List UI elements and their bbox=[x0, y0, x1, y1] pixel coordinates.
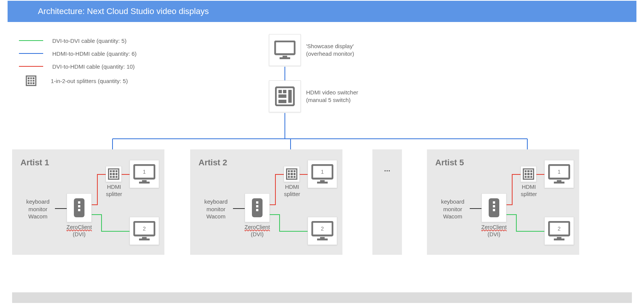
legend-line-green bbox=[19, 40, 43, 41]
svg-rect-52 bbox=[554, 182, 564, 184]
svg-rect-18 bbox=[78, 201, 80, 204]
label-line: monitor bbox=[436, 206, 469, 213]
label-line: Wacom bbox=[22, 213, 54, 220]
svg-text:2: 2 bbox=[143, 226, 146, 232]
svg-rect-37 bbox=[320, 180, 325, 182]
svg-rect-12 bbox=[278, 94, 286, 98]
label-splitter: HDMI splitter bbox=[105, 184, 123, 198]
ellipsis-panel: ... bbox=[372, 149, 402, 255]
splitter-icon bbox=[108, 168, 119, 180]
svg-rect-10 bbox=[278, 90, 282, 93]
label-line: splitter bbox=[519, 191, 538, 198]
ellipsis-text: ... bbox=[384, 165, 391, 255]
node-zeroclient bbox=[481, 193, 506, 222]
label-line: splitter bbox=[105, 191, 123, 198]
svg-rect-14 bbox=[278, 100, 286, 103]
legend-row-dvi-hdmi: DVI-to-HDMI cable (quantity: 10) bbox=[19, 60, 137, 73]
monitor-icon: 2 bbox=[311, 221, 333, 241]
legend-row-splitter: 1-in-2-out splitters (quantity: 5) bbox=[19, 74, 137, 87]
node-monitor-2: 2 bbox=[308, 217, 337, 245]
label-splitter: HDMI splitter bbox=[283, 184, 302, 198]
svg-rect-41 bbox=[320, 237, 325, 239]
svg-rect-17 bbox=[74, 198, 84, 217]
artist-panel: Artist 1 keyboard monitor Wacom bbox=[12, 149, 164, 255]
node-zeroclient bbox=[67, 193, 92, 222]
label-line: keyboard bbox=[22, 198, 54, 206]
svg-rect-8 bbox=[280, 57, 290, 59]
splitter-icon bbox=[26, 75, 36, 86]
svg-rect-42 bbox=[317, 239, 328, 240]
monitor-icon: 1 bbox=[133, 164, 155, 184]
svg-rect-32 bbox=[256, 201, 258, 204]
label-kbd-monitor-wacom: keyboard monitor Wacom bbox=[436, 198, 469, 220]
zeroclient-line1: ZeroClient bbox=[242, 224, 273, 231]
svg-rect-20 bbox=[78, 209, 80, 211]
svg-text:2: 2 bbox=[558, 226, 561, 232]
legend-line-blue bbox=[19, 53, 43, 54]
node-monitor-2: 2 bbox=[544, 217, 574, 245]
monitor-icon: 1 bbox=[548, 164, 570, 184]
legend-line-red bbox=[19, 66, 43, 67]
label-line: HDMI video switcher bbox=[306, 89, 358, 96]
legend-row-hdmi-hdmi: HDMI-to-HDMI cable (quantity: 6) bbox=[19, 47, 137, 60]
switcher-icon bbox=[275, 86, 295, 106]
splitter-icon bbox=[286, 168, 297, 180]
svg-rect-24 bbox=[139, 182, 150, 184]
label-splitter: HDMI splitter bbox=[519, 184, 538, 198]
svg-rect-23 bbox=[142, 180, 147, 182]
zeroclient-line1: ZeroClient bbox=[64, 224, 95, 231]
svg-rect-46 bbox=[493, 201, 495, 204]
legend-text: DVI-to-DVI cable (quantity: 5) bbox=[52, 38, 127, 44]
label-line: keyboard bbox=[436, 198, 469, 206]
svg-rect-34 bbox=[256, 209, 258, 211]
svg-text:1: 1 bbox=[143, 169, 146, 175]
zeroclient-icon bbox=[488, 198, 500, 218]
label-line: splitter bbox=[283, 191, 302, 198]
label-showcase: 'Showcase display' (overhead monitor) bbox=[306, 42, 354, 57]
node-showcase-display bbox=[269, 34, 301, 66]
label-zeroclient: ZeroClient (DVI) bbox=[242, 224, 273, 238]
svg-rect-56 bbox=[554, 239, 564, 240]
artist-panel: Artist 2 keyboard monitor Wacom bbox=[190, 149, 342, 255]
label-line: Wacom bbox=[200, 213, 232, 220]
page-title: Architecture: Next Cloud Studio video di… bbox=[38, 6, 209, 16]
svg-rect-28 bbox=[139, 239, 150, 240]
label-line: monitor bbox=[22, 206, 54, 213]
artist-title: Artist 1 bbox=[20, 158, 49, 168]
node-monitor-2: 2 bbox=[130, 217, 159, 245]
node-monitor-1: 1 bbox=[130, 160, 159, 188]
svg-rect-7 bbox=[283, 56, 287, 57]
svg-rect-33 bbox=[256, 205, 258, 207]
legend-row-dvi-dvi: DVI-to-DVI cable (quantity: 5) bbox=[19, 34, 137, 47]
title-bar: Architecture: Next Cloud Studio video di… bbox=[8, 1, 636, 22]
svg-rect-31 bbox=[252, 198, 263, 217]
svg-rect-45 bbox=[489, 198, 499, 217]
node-hdmi-splitter bbox=[284, 166, 300, 182]
svg-rect-48 bbox=[493, 209, 495, 211]
svg-rect-27 bbox=[142, 237, 147, 239]
artist-panel: Artist 5 keyboard monitor Wacom bbox=[427, 149, 579, 255]
svg-rect-6 bbox=[275, 41, 295, 54]
label-line: (overhead monitor) bbox=[306, 50, 354, 58]
node-zeroclient bbox=[245, 193, 270, 222]
label-kbd-monitor-wacom: keyboard monitor Wacom bbox=[200, 198, 232, 220]
svg-rect-55 bbox=[557, 237, 561, 239]
label-line: Wacom bbox=[436, 213, 469, 220]
legend-text: DVI-to-HDMI cable (quantity: 10) bbox=[52, 63, 135, 70]
label-line: HDMI bbox=[519, 184, 538, 191]
monitor-icon: 1 bbox=[311, 164, 333, 184]
monitor-icon: 2 bbox=[548, 221, 570, 241]
label-line: keyboard bbox=[200, 198, 232, 206]
label-line: (DVI) bbox=[64, 231, 95, 238]
svg-text:1: 1 bbox=[558, 169, 561, 175]
label-kbd-monitor-wacom: keyboard monitor Wacom bbox=[22, 198, 54, 220]
diagram-canvas: Architecture: Next Cloud Studio video di… bbox=[0, 0, 644, 306]
svg-rect-51 bbox=[557, 180, 561, 182]
svg-rect-38 bbox=[317, 182, 328, 184]
label-line: (manual 5 switch) bbox=[306, 96, 358, 104]
node-monitor-1: 1 bbox=[544, 160, 574, 188]
node-monitor-1: 1 bbox=[308, 160, 337, 188]
splitter-icon bbox=[523, 168, 534, 180]
label-zeroclient: ZeroClient (DVI) bbox=[478, 224, 510, 238]
label-line: 'Showcase display' bbox=[306, 42, 354, 50]
